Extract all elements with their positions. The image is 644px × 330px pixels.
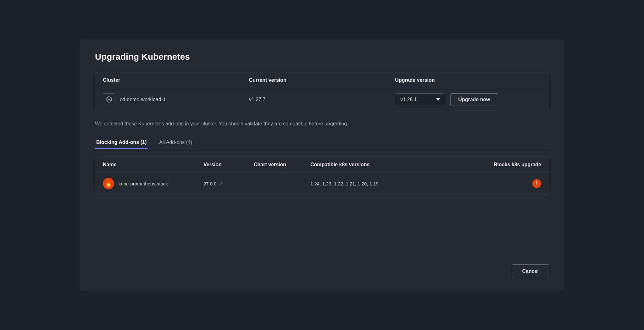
cluster-table-header: Cluster Current version Upgrade version: [95, 72, 549, 88]
addon-version-cell: 27.0.0 ↗: [203, 181, 254, 186]
current-version-col-header: Current version: [249, 77, 395, 83]
upgrade-version-cell: v1.28.1 Upgrade now: [395, 93, 541, 106]
table-row: 🔥 kube-prometheus-stack 27.0.0 ↗ 1.24, 1…: [95, 173, 549, 194]
addon-name-col-header: Name: [103, 162, 203, 168]
addons-table: Name Version Chart version Compatible k8…: [95, 157, 549, 195]
current-version: v1.27.7: [249, 97, 395, 102]
chevron-down-icon: [436, 98, 440, 101]
addon-name-cell: 🔥 kube-prometheus-stack: [103, 178, 203, 189]
cluster-table: Cluster Current version Upgrade version: [95, 72, 549, 111]
info-text: We detected these Kubernetes add-ons in …: [95, 120, 549, 128]
addon-version-text: 27.0.0: [203, 181, 217, 186]
upgrade-now-button[interactable]: Upgrade now: [450, 93, 498, 106]
svg-line-3: [108, 99, 109, 99]
cluster-name-cell: cd-demo-workload-1: [103, 93, 249, 106]
tab-blocking-addons[interactable]: Blocking Add-ons (1): [95, 136, 148, 149]
addon-compatible-versions: 1.24, 1.23, 1.22, 1.21, 1.20, 1.19: [310, 181, 478, 186]
svg-line-5: [110, 99, 111, 99]
cluster-icon: [103, 93, 115, 106]
dialog-footer: Cancel: [95, 252, 549, 278]
addon-version-col-header: Version: [203, 162, 254, 168]
addon-blocks-col-header: Blocks k8s upgrade: [478, 162, 541, 168]
addons-table-header: Name Version Chart version Compatible k8…: [95, 157, 549, 173]
addon-icon: 🔥: [103, 178, 114, 189]
external-link-icon[interactable]: ↗: [219, 181, 223, 186]
svg-line-6: [108, 100, 109, 101]
upgrading-kubernetes-dialog: Upgrading Kubernetes Cluster Current ver…: [80, 39, 564, 291]
kubernetes-icon: [105, 96, 113, 103]
cluster-table-row: cd-demo-workload-1 v1.27.7 v1.28.1 Upgra…: [95, 88, 549, 111]
svg-point-0: [108, 99, 110, 100]
addon-chart-version-col-header: Chart version: [254, 162, 310, 168]
upgrade-version-col-header: Upgrade version: [395, 77, 541, 83]
warning-icon: !: [532, 179, 541, 188]
tabs-container: Blocking Add-ons (1) All Add-ons (4): [95, 136, 549, 149]
addon-name: kube-prometheus-stack: [119, 181, 168, 186]
selected-version: v1.28.1: [400, 97, 432, 102]
tab-all-addons[interactable]: All Add-ons (4): [158, 136, 193, 149]
svg-line-4: [110, 100, 111, 101]
addon-blocks-upgrade-cell: !: [478, 179, 541, 188]
cluster-name: cd-demo-workload-1: [120, 97, 166, 102]
cancel-button[interactable]: Cancel: [512, 264, 549, 278]
prometheus-icon: 🔥: [105, 180, 112, 187]
version-dropdown[interactable]: v1.28.1: [395, 93, 445, 106]
addon-compatible-col-header: Compatible k8s versions: [310, 162, 478, 168]
cluster-col-header: Cluster: [103, 77, 249, 83]
dialog-title: Upgrading Kubernetes: [95, 52, 549, 62]
